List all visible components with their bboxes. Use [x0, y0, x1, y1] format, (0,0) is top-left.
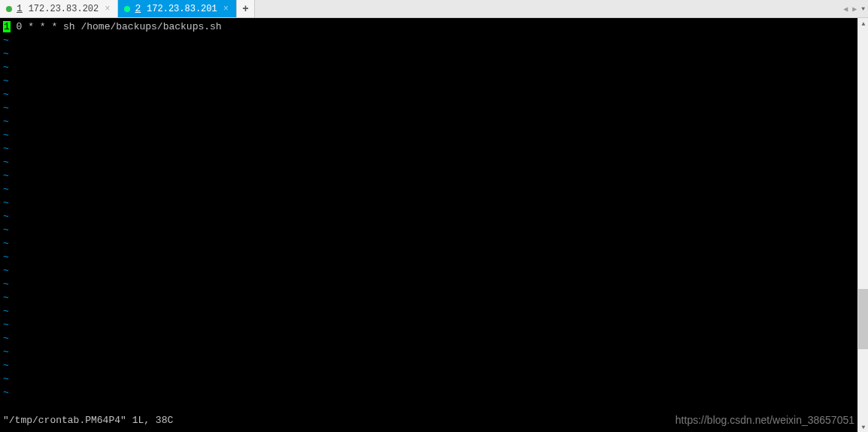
empty-line: ~ — [3, 169, 854, 183]
empty-line: ~ — [3, 264, 854, 278]
empty-line: ~ — [3, 34, 854, 47]
empty-line: ~ — [3, 345, 854, 359]
nav-right-icon[interactable]: ▶ — [852, 5, 857, 14]
empty-line: ~ — [3, 210, 854, 224]
empty-line: ~ — [3, 291, 854, 305]
empty-line: ~ — [3, 88, 854, 102]
empty-line: ~ — [3, 75, 854, 88]
status-dot-icon — [124, 6, 130, 12]
empty-line: ~ — [3, 224, 854, 237]
scroll-up-icon[interactable]: ▲ — [858, 18, 868, 29]
empty-line: ~ — [3, 386, 854, 400]
terminal-container: 1 0 * * * sh /home/backups/backups.sh ~~… — [0, 18, 868, 432]
tab-label: 1 172.23.83.202 — [17, 3, 99, 14]
tab-nav-controls: ◀ ▶ ▼ — [843, 0, 865, 17]
status-dot-icon — [6, 6, 12, 12]
empty-line: ~ — [3, 373, 854, 386]
empty-line: ~ — [3, 129, 854, 142]
empty-line: ~ — [3, 196, 854, 210]
cursor: 1 — [3, 21, 11, 32]
empty-lines: ~~~~~~~~~~~~~~~~~~~~~~~~~~~ — [3, 34, 854, 400]
empty-line: ~ — [3, 156, 854, 169]
empty-line: ~ — [3, 305, 854, 318]
scroll-down-icon[interactable]: ▼ — [858, 421, 868, 432]
tab-number: 2 — [135, 3, 141, 14]
empty-line: ~ — [3, 183, 854, 196]
close-icon[interactable]: × — [103, 5, 111, 14]
empty-line: ~ — [3, 278, 854, 291]
empty-line: ~ — [3, 359, 854, 373]
terminal[interactable]: 1 0 * * * sh /home/backups/backups.sh ~~… — [0, 18, 857, 432]
tab-ip: 172.23.83.202 — [29, 4, 99, 14]
line-content: 0 * * * sh /home/backups/backups.sh — [11, 21, 222, 32]
tab-bar: 1 172.23.83.202 × 2 172.23.83.201 × + ◀ … — [0, 0, 868, 18]
empty-line: ~ — [3, 142, 854, 156]
tab-item-1[interactable]: 1 172.23.83.202 × — [0, 0, 118, 17]
empty-line: ~ — [3, 47, 854, 61]
new-tab-button[interactable]: + — [237, 0, 255, 17]
tab-label: 2 172.23.83.201 — [135, 3, 217, 14]
status-bar: "/tmp/crontab.PM64P4" 1L, 38C — [3, 414, 173, 427]
nav-left-icon[interactable]: ◀ — [843, 5, 848, 14]
scrollbar[interactable]: ▲ ▼ — [857, 18, 868, 432]
empty-line: ~ — [3, 115, 854, 129]
scroll-thumb[interactable] — [858, 289, 868, 349]
tab-item-2[interactable]: 2 172.23.83.201 × — [118, 0, 236, 17]
empty-line: ~ — [3, 61, 854, 75]
empty-line: ~ — [3, 251, 854, 264]
editor-line: 1 0 * * * sh /home/backups/backups.sh — [3, 20, 854, 34]
tab-number: 1 — [17, 3, 23, 14]
empty-line: ~ — [3, 102, 854, 115]
empty-line: ~ — [3, 332, 854, 345]
tab-ip: 172.23.83.201 — [147, 4, 217, 14]
close-icon[interactable]: × — [222, 5, 230, 14]
empty-line: ~ — [3, 237, 854, 251]
empty-line: ~ — [3, 318, 854, 332]
tab-dropdown-icon[interactable]: ▼ — [861, 5, 865, 12]
